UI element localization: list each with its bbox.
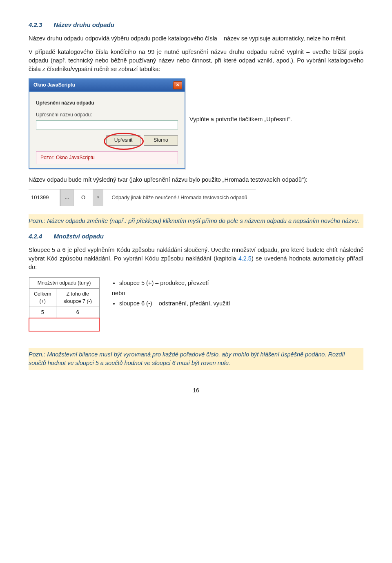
javascript-dialog: Okno JavaScriptu × Upřesnění názvu odpad… — [29, 78, 185, 169]
heading-title: Množství odpadu — [54, 233, 104, 240]
list-item: sloupce 6 (-) – odstranění, předání, vyu… — [119, 299, 230, 308]
upresnit-button[interactable]: Upřesnit — [106, 135, 140, 146]
heading-424: 4.2.4 Množství odpadu — [29, 232, 363, 241]
note-text: Pozn.: Množstevní bilance musí být vyrov… — [29, 351, 345, 366]
paragraph: Název druhu odpadu odpovídá výběru odpad… — [29, 34, 363, 43]
picker-button[interactable]: ... — [60, 189, 74, 206]
or-text: nebo — [112, 289, 230, 298]
page-number: 16 — [29, 386, 363, 394]
quantity-table: Množství odpadu (tuny) Celkem (+) Z toho… — [29, 277, 100, 332]
qtable-colnum: 5 — [29, 307, 56, 318]
paragraph: V případě katalogového čísla končícího n… — [29, 48, 363, 73]
dialog-heading: Upřesnění názvu odpadu — [36, 100, 178, 107]
waste-code-cell: 101399 — [29, 189, 60, 206]
heading-number: 4.2.3 — [29, 21, 42, 28]
storno-button[interactable]: Storno — [144, 135, 178, 146]
chevron-down-icon[interactable]: ▾ — [93, 189, 103, 206]
qtable-colnum: 6 — [56, 307, 99, 318]
result-row-example: 101399 ... O ▾ Odpady jinak blíže neurče… — [29, 189, 256, 206]
dialog-title: Okno JavaScriptu — [33, 82, 75, 89]
paragraph: Název odpadu bude mít výsledný tvar (jak… — [29, 176, 363, 184]
qtable-col1-label: Celkem (+) — [29, 288, 56, 307]
link-425[interactable]: 4.2.5 — [238, 255, 252, 262]
qtable-input-row[interactable] — [29, 318, 99, 331]
dialog-field-label: Upřesnění názvu odpadu: — [36, 112, 92, 118]
dialog-warning: Pozor: Okno JavaScriptu — [36, 151, 178, 164]
heading-number: 4.2.4 — [29, 233, 42, 240]
dialog-titlebar: Okno JavaScriptu × — [29, 79, 185, 92]
dialog-instruction: Vyplňte a potvrďte tlačítkem „Upřesnit". — [189, 115, 292, 124]
qtable-col2-label: Z toho dle sloupce 7 (-) — [56, 288, 99, 307]
note-box: Pozn.: Název odpadu změníte (např.: při … — [29, 214, 363, 228]
waste-name-cell[interactable]: Odpady jinak blíže neurčené / Hromada te… — [103, 189, 256, 206]
category-cell: O — [74, 189, 93, 206]
close-icon[interactable]: × — [173, 81, 182, 89]
refine-input[interactable] — [36, 120, 178, 129]
qtable-header: Množství odpadu (tuny) — [29, 277, 99, 288]
heading-423: 4.2.3 Název druhu odpadu — [29, 20, 363, 29]
heading-title: Název druhu odpadu — [54, 21, 114, 28]
quantity-bullets: sloupce 5 (+) – produkce, převzetí nebo … — [112, 277, 230, 309]
list-item: sloupce 5 (+) – produkce, převzetí — [119, 279, 230, 287]
note-box: Pozn.: Množstevní bilance musí být vyrov… — [29, 348, 363, 370]
note-text: Pozn.: Název odpadu změníte (např.: při … — [29, 218, 359, 224]
paragraph: Sloupec 5 a 6 je před vyplněním Kódu způ… — [29, 246, 363, 271]
